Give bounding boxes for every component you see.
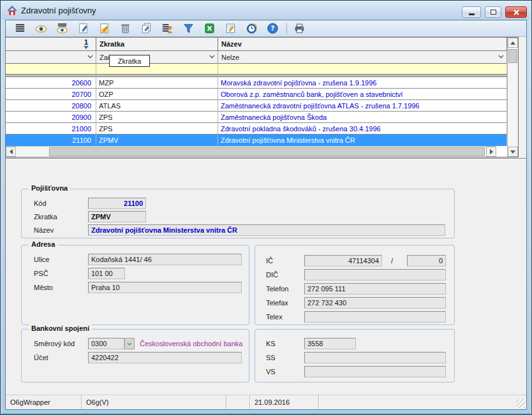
filter-cell-nazev[interactable]: Nelze [218,51,507,64]
header-zkratka[interactable]: Zkratka [96,38,218,51]
cell-zkratka: OZP [96,89,218,100]
scroll-down-button[interactable] [508,147,518,157]
cell-zkratka: ZPS [96,112,218,123]
header-sort-column[interactable]: 1 [6,38,96,51]
cell-zkratka: ATLAS [96,100,218,112]
smerovy-kod-field[interactable]: 0300 [88,338,124,349]
restore-button[interactable] [485,6,501,18]
filter-nazev-value: Nelze [221,54,239,61]
cell-nazev: Zdravotní pokladna škodováků - zrušena 3… [218,123,507,135]
history-button[interactable] [244,22,259,36]
kod-label: Kód [34,200,47,207]
ic-field[interactable]: 47114304 [304,255,382,266]
filter-button[interactable] [181,22,196,36]
mesto-label: Město [34,284,53,291]
vertical-scrollbar[interactable] [507,38,518,157]
minimize-button[interactable] [462,6,481,18]
detail-list-view-button[interactable] [54,22,70,36]
zkratka-label: Zkratka [34,213,57,221]
notes-icon [225,22,237,34]
group-adresa-title: Adresa [29,240,57,248]
zkratka-field[interactable]: ZPMV [88,211,146,222]
table-user-icon [161,22,174,34]
vertical-scrollbar-thumb[interactable] [508,49,517,63]
delete-record-button[interactable] [117,22,133,36]
ss-field[interactable] [304,352,446,363]
psc-field[interactable]: 101 00 [88,268,125,279]
vs-field[interactable] [304,366,446,377]
header-nazev[interactable]: Název [218,38,507,51]
group-pojistovna-title: Pojišťovna [29,184,70,192]
ic-separator: / [391,257,393,265]
restore-icon [491,10,496,15]
telex-label: Telex [266,313,283,321]
status-panel-app: O6gWrapper [6,395,82,409]
help-button[interactable]: ? [265,22,280,36]
table-row[interactable]: 20700 OZP Oborová z.p. zaměstnanců bank,… [6,89,507,100]
cell-nazev: Moravská zdravotní pojišťovna - zrušena … [218,77,507,89]
ic2-field[interactable]: 0 [407,255,446,266]
panel-divider [6,158,526,159]
table-row[interactable]: 20900 ZPS Zaměstnanecká pojišťovna Škoda [6,112,507,123]
column-tooltip: Zkratka [109,55,150,67]
list-icon [14,22,26,34]
ks-label: KS [266,340,276,347]
eye-list-icon [56,22,68,34]
grid-header-row: 1 Zkratka Název [6,38,507,51]
table-row-selected[interactable]: 21100 ZPMV Zdravotní pojišťovna Minister… [6,135,507,146]
horizontal-scrollbar-thumb[interactable] [49,147,485,156]
edit-record-button[interactable] [96,22,112,36]
cell-code: 21100 [6,135,96,146]
app-window: Zdravotní pojišťovny [0,0,532,415]
scroll-right-button[interactable] [486,147,496,157]
cell-code: 20700 [6,89,96,100]
title-bar[interactable]: Zdravotní pojišťovny [1,1,531,20]
filter-input-code[interactable] [6,64,96,74]
ulice-field[interactable]: Kodaňská 1441/ 46 [88,254,242,265]
filter-input-nazev[interactable] [218,64,507,74]
filter-cell-code[interactable] [6,51,96,64]
ic-label: IČ [266,257,273,265]
status-panel-module: O6g(V) [82,395,226,409]
table-row[interactable]: 20800 ATLAS Zaměstnanecká zdravotní poji… [6,100,507,112]
ucet-field[interactable]: 4220422 [88,352,242,363]
table-row[interactable]: 21000 ZPS Zdravotní pokladna škodováků -… [6,123,507,135]
mesto-field[interactable]: Praha 10 [88,282,242,293]
trash-icon [119,22,131,34]
scroll-up-button[interactable] [508,38,518,48]
scroll-left-button[interactable] [6,147,16,157]
telefon-field[interactable]: 272 095 111 [304,283,446,295]
help-icon: ? [267,22,279,34]
telefon-label: Telefon [266,285,288,293]
toolbar-separator [286,23,287,34]
arrow-up-icon [510,41,515,45]
print-button[interactable] [292,22,307,36]
edit-notes-button[interactable] [223,22,238,36]
status-panel-empty [226,395,250,409]
close-button[interactable] [505,6,527,18]
eye-icon [35,22,47,34]
chevron-down-icon [87,55,93,59]
ks-field[interactable]: 3558 [304,338,356,349]
smerovy-kod-label: Směrový kód [34,340,75,347]
new-record-button[interactable] [75,22,91,36]
export-excel-button[interactable] [202,22,217,36]
sort-records-button[interactable] [159,22,175,36]
resize-grip[interactable] [516,399,525,408]
kod-field[interactable]: 21100 [88,198,146,209]
dic-field[interactable] [304,269,446,280]
status-panel-filler [319,395,526,409]
table-row[interactable]: 20600 MZP Moravská zdravotní pojišťovna … [6,77,507,89]
clock-icon [246,22,258,34]
copy-record-button[interactable] [138,22,154,36]
cell-code: 20600 [6,77,96,89]
list-view-button[interactable] [12,22,27,36]
horizontal-scrollbar[interactable] [6,146,496,157]
smerovy-kod-dropdown-button[interactable] [124,338,135,349]
detail-view-button[interactable] [33,22,48,36]
edit-document-icon [98,22,110,34]
telefax-field[interactable]: 272 732 430 [304,297,446,309]
telex-field[interactable] [304,311,446,323]
sort-order-number: 1 [84,40,88,45]
nazev-field[interactable]: Zdravotní pojišťovna Ministerstva vnitra… [88,224,445,236]
